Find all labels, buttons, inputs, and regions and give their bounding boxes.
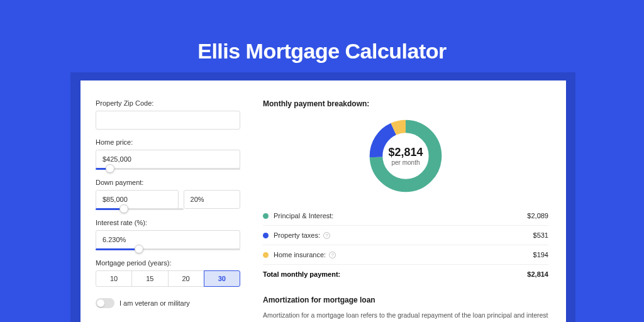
home-price-slider[interactable] <box>96 168 240 170</box>
legend-label: Principal & Interest: <box>274 212 333 219</box>
period-group: Mortgage period (years): 10152030 <box>96 259 240 287</box>
zip-group: Property Zip Code: <box>96 99 240 130</box>
legend-row: Principal & Interest:$2,089 <box>263 206 548 226</box>
rate-input[interactable] <box>96 230 240 249</box>
page-title: Ellis Mortgage Calculator <box>0 0 644 64</box>
home-price-label: Home price: <box>96 138 240 146</box>
breakdown-panel: Monthly payment breakdown: $2,814 per mo… <box>255 80 566 322</box>
legend-label: Property taxes:? <box>274 231 330 239</box>
legend-value: $531 <box>533 231 548 239</box>
donut-total: $2,814 <box>388 146 423 159</box>
down-payment-label: Down payment: <box>96 179 240 186</box>
home-price-group: Home price: <box>96 138 240 170</box>
zip-label: Property Zip Code: <box>96 99 240 107</box>
period-label: Mortgage period (years): <box>96 259 240 267</box>
toggle-knob <box>97 299 104 307</box>
down-payment-group: Down payment: <box>96 179 240 210</box>
period-buttons: 10152030 <box>96 270 240 287</box>
rate-slider[interactable] <box>96 248 240 250</box>
total-label: Total monthly payment: <box>263 270 340 278</box>
legend: Principal & Interest:$2,089Property taxe… <box>263 206 548 265</box>
period-btn-10[interactable]: 10 <box>96 270 132 287</box>
legend-row: Property taxes:?$531 <box>263 226 548 245</box>
legend-dot <box>263 252 269 258</box>
veteran-label: I am veteran or military <box>119 299 190 307</box>
amortization-title: Amortization for mortgage loan <box>263 296 548 304</box>
slider-handle[interactable] <box>135 245 143 253</box>
info-icon[interactable]: ? <box>329 252 336 258</box>
slider-handle[interactable] <box>106 164 114 173</box>
veteran-toggle[interactable] <box>96 298 114 308</box>
period-btn-20[interactable]: 20 <box>168 270 204 287</box>
calculator-card: Property Zip Code: Home price: Down paym… <box>80 80 566 322</box>
period-btn-15[interactable]: 15 <box>131 270 168 287</box>
info-icon[interactable]: ? <box>323 232 330 239</box>
amortization-text: Amortization for a mortgage loan refers … <box>263 311 548 322</box>
rate-group: Interest rate (%): <box>96 219 240 250</box>
legend-value: $194 <box>533 251 548 258</box>
legend-label: Home insurance:? <box>274 251 336 258</box>
slider-handle[interactable] <box>119 204 128 213</box>
rate-label: Interest rate (%): <box>96 219 240 226</box>
total-row: Total monthly payment: $2,814 <box>263 265 548 286</box>
legend-dot <box>263 213 269 219</box>
legend-dot <box>263 233 269 238</box>
donut-chart: $2,814 per month <box>367 117 445 195</box>
veteran-row: I am veteran or military <box>96 298 240 308</box>
down-payment-slider[interactable] <box>96 208 184 210</box>
home-price-input[interactable] <box>96 150 240 169</box>
legend-value: $2,089 <box>527 212 548 219</box>
form-panel: Property Zip Code: Home price: Down paym… <box>80 80 255 322</box>
down-payment-input[interactable] <box>96 190 179 209</box>
donut-sub: per month <box>391 159 419 166</box>
total-value: $2,814 <box>527 270 548 278</box>
down-payment-pct-input[interactable] <box>184 190 240 209</box>
breakdown-title: Monthly payment breakdown: <box>263 99 548 108</box>
zip-input[interactable] <box>96 111 240 130</box>
period-btn-30[interactable]: 30 <box>204 270 240 287</box>
legend-row: Home insurance:?$194 <box>263 245 548 265</box>
